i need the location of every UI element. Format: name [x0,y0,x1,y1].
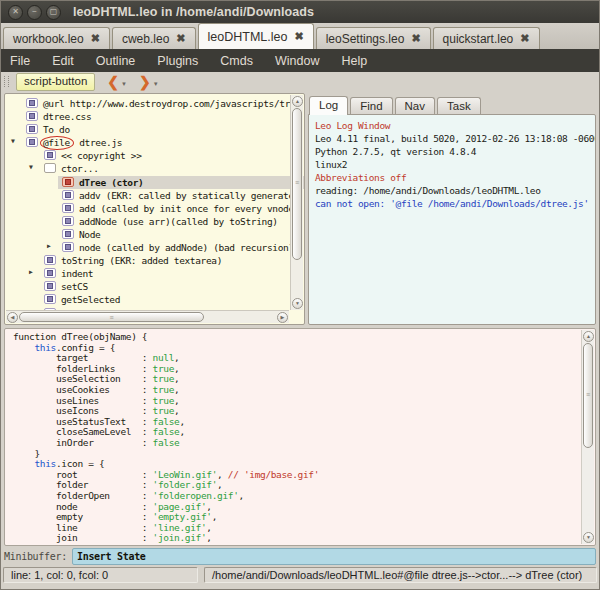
maximize-icon[interactable]: ▢ [46,5,61,20]
tree-node[interactable]: ▶node (called by addNode) (bad recursion… [5,241,304,254]
node-status-icon[interactable] [26,98,38,108]
log-tab-task[interactable]: Task [437,97,481,114]
node-status-icon[interactable] [44,294,56,304]
code-vscroll-thumb[interactable]: ≡ [583,343,593,448]
file-tab-leoDHTML.leo[interactable]: leoDHTML.leo✖ [198,23,314,49]
titlebar[interactable]: ✕ − ▢ leoDHTML.leo in /home/andi/Downloa… [1,1,599,23]
tree-node-label: dtree.css [43,110,91,123]
menu-help[interactable]: Help [330,54,378,68]
node-status-icon[interactable] [26,111,38,121]
node-status-icon[interactable] [62,229,74,239]
tree-vertical-scrollbar[interactable]: ▲ ≡ ▼ [290,95,303,310]
tree-expand-icon[interactable]: ▶ [29,268,33,276]
tree-collapse-icon[interactable]: ▼ [11,137,15,145]
menu-file[interactable]: File [1,54,41,68]
log-window[interactable]: Leo Log WindowLeo 4.11 final, build 5020… [308,114,596,325]
toolbar-drag-handle[interactable] [4,76,9,87]
node-status-icon[interactable] [44,163,56,173]
tree-node[interactable]: @url http://www.destroydrop.com/javascri… [5,97,304,110]
tree-node[interactable]: dTree (ctor) [5,176,304,189]
scroll-down-icon[interactable]: ▼ [583,532,594,543]
node-status-icon[interactable] [62,203,74,213]
tree-vscroll-thumb[interactable]: ≡ [292,108,302,260]
tree-node-label: node (called by addNode) (bad recursion?… [79,241,299,254]
tab-close-icon[interactable]: ✖ [91,32,100,45]
file-tab-cweb.leo[interactable]: cweb.leo✖ [112,27,196,49]
menu-window[interactable]: Window [264,54,330,68]
log-line: Abbreviations off [315,171,589,184]
node-status-icon[interactable] [44,150,56,160]
tree-node-label: Node [79,228,100,241]
tree-node[interactable]: dtree.css [5,110,304,123]
code-vertical-scrollbar[interactable]: ▲ ≡ ▼ [581,330,594,544]
tree-node[interactable]: addNode (use arr)(called by toString) [5,215,304,228]
tree-node-label: ctor... [61,162,99,175]
tree-expand-icon[interactable]: ▶ [47,242,51,250]
tab-close-icon[interactable]: ✖ [520,32,529,45]
menu-cmds[interactable]: Cmds [209,54,264,68]
tab-close-icon[interactable]: ✖ [294,30,303,43]
tree-node[interactable]: To do [5,123,304,136]
close-icon[interactable]: ✕ [8,5,23,20]
scroll-left-icon[interactable]: ◀ [7,312,18,323]
tree-node-label: << copyright >> [61,149,142,162]
minibuffer-label: Minibuffer: [4,551,67,562]
file-tab-workbook.leo[interactable]: workbook.leo✖ [3,27,110,49]
file-tab-bar: workbook.leo✖cweb.leo✖leoDHTML.leo✖leoSe… [1,23,599,49]
tree-node[interactable]: add (called by init once for every vnode… [5,202,304,215]
tree-node[interactable]: setCS [5,280,304,293]
scroll-up-icon[interactable]: ▲ [583,331,594,342]
tab-close-icon[interactable]: ✖ [176,32,185,45]
log-line: Leo Log Window [315,119,589,132]
nav-forward-dropdown-icon[interactable]: ▼ [153,81,159,87]
nav-forward-icon[interactable]: ❯ [139,75,151,89]
node-status-icon[interactable] [44,268,56,278]
minimize-icon[interactable]: − [27,5,42,20]
tree-node[interactable]: Node [5,228,304,241]
tree-node-label: To do [43,123,70,136]
tree-hscroll-thumb[interactable]: ≡ [19,312,204,322]
menu-edit[interactable]: Edit [41,54,85,68]
log-tab-log[interactable]: Log [309,96,348,115]
node-status-icon[interactable] [62,190,74,200]
tree-node[interactable]: << copyright >> [5,149,304,162]
tree-node[interactable]: toString (EKR: added textarea) [5,254,304,267]
body-editor-pane[interactable]: function dTree(objName) { this.config = … [4,328,596,546]
script-button[interactable]: script-button [16,73,95,91]
tree-collapse-icon[interactable]: ▼ [29,163,33,171]
log-line: can not open: '@file /home/andi/Download… [315,197,589,210]
file-tab-quickstart.leo[interactable]: quickstart.leo✖ [433,27,540,49]
minibuffer-input[interactable]: Insert State [72,548,596,565]
tab-close-icon[interactable]: ✖ [411,32,420,45]
scroll-right-icon[interactable]: ▶ [277,312,288,323]
tree-node[interactable]: ▼ctor... [5,162,304,175]
tree-node[interactable]: ▼@file dtree.js [5,136,304,149]
icon-toolbar: script-button ❮ ▼ ❯ ▼ [1,72,599,91]
file-tab-leoSettings.leo[interactable]: leoSettings.leo✖ [316,27,431,49]
file-tab-label: quickstart.leo [443,32,514,46]
node-status-icon[interactable] [62,216,74,226]
node-status-icon[interactable] [44,255,56,265]
node-status-icon[interactable] [62,242,74,252]
tree-node[interactable]: addv (EKR: called by statically generate… [5,189,304,202]
scroll-up-icon[interactable]: ▲ [292,96,303,107]
nav-back-dropdown-icon[interactable]: ▼ [121,81,127,87]
node-status-icon[interactable] [26,124,38,134]
menu-plugins[interactable]: Plugins [146,54,209,68]
tree-node-label: toString (EKR: added textarea) [61,254,222,267]
nav-back-icon[interactable]: ❮ [107,75,119,89]
thumb-grip-icon: ≡ [584,391,592,398]
outline-pane[interactable]: @url http://www.destroydrop.com/javascri… [4,93,305,325]
log-tab-find[interactable]: Find [350,97,392,114]
node-status-icon[interactable] [62,177,74,187]
log-line: reading: /home/andi/Downloads/leoDHTML.l… [315,184,589,197]
node-status-icon[interactable] [26,137,38,147]
menu-outline[interactable]: Outline [85,54,147,68]
tree-node-label: addv (EKR: called by statically generate… [79,189,299,202]
tree-horizontal-scrollbar[interactable]: ◀ ≡ ▶ [6,310,289,323]
tree-node[interactable]: getSelected [5,293,304,306]
tree-node[interactable]: ▶indent [5,267,304,280]
scroll-down-icon[interactable]: ▼ [292,298,303,309]
node-status-icon[interactable] [44,281,56,291]
log-tab-nav[interactable]: Nav [395,97,435,114]
